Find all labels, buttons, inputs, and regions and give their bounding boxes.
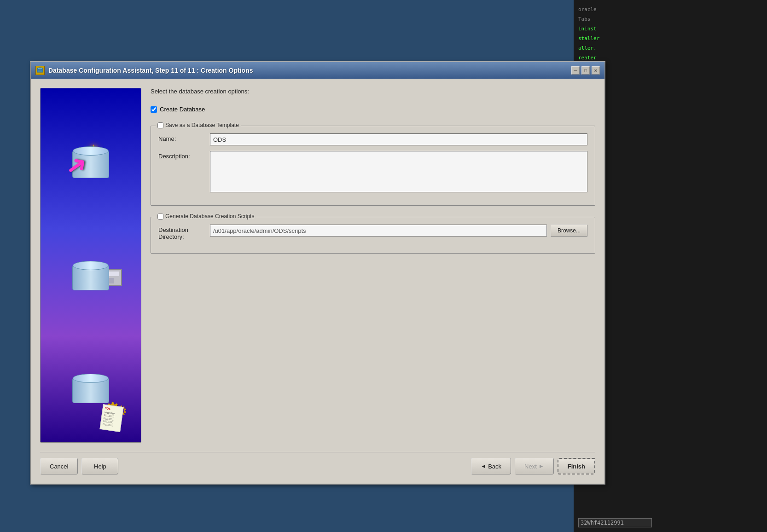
main-content: ✦ ➜ <box>40 88 595 443</box>
save-template-title: Save as a Database Template <box>156 122 241 128</box>
help-button[interactable]: Help <box>81 458 118 474</box>
destination-label: Destination Directory: <box>158 225 204 240</box>
scripts-groupbox: Generate Database Creation Scripts Desti… <box>151 217 595 254</box>
title-bar-controls: ─ □ ✕ <box>571 66 600 75</box>
create-db-row: Create Database <box>151 106 595 113</box>
create-db-checkbox[interactable] <box>151 106 157 113</box>
window-title: Database Configuration Assistant, Step 1… <box>48 67 253 74</box>
bg-text-7: versal <box>578 82 762 99</box>
back-arrow-icon: ◄ <box>481 463 486 469</box>
next-label: Next <box>524 463 537 470</box>
bg-text-oracle: oracle <box>578 5 762 14</box>
bottom-db-group: ⚙ ⚙ SQL 10101010 10101010 01010101 10101… <box>72 378 109 403</box>
statusbar: 32Whf42112991 <box>578 518 762 527</box>
window-body: ✦ ➜ <box>31 79 604 484</box>
browse-button[interactable]: Browse... <box>551 225 587 237</box>
db-illustration: ✦ ➜ <box>41 88 141 442</box>
bg-text-11: ase_2 <box>578 145 762 154</box>
svg-rect-2 <box>37 70 43 70</box>
illustration-panel: ✦ ➜ <box>40 88 141 443</box>
destination-input[interactable] <box>210 225 547 237</box>
create-db-label[interactable]: Create Database <box>160 106 205 113</box>
back-button[interactable]: ◄ Back <box>471 458 511 474</box>
destination-form-row: Destination Directory: Browse... <box>158 225 587 240</box>
footer: Cancel Help ◄ Back Next ► Finish <box>40 452 595 474</box>
db-cap-mid <box>73 261 109 270</box>
bg-text-8: le@ocp <box>578 99 762 109</box>
middle-db-group <box>72 265 109 290</box>
main-window: Database Configuration Assistant, Step 1… <box>30 61 605 485</box>
finish-button[interactable]: Finish <box>558 458 595 474</box>
cancel-button[interactable]: Cancel <box>40 458 78 474</box>
footer-right: ◄ Back Next ► Finish <box>471 458 595 474</box>
generate-scripts-checkbox[interactable] <box>157 214 163 220</box>
bg-text-3: aller. <box>578 43 762 53</box>
bg-text-tabs: Tabs <box>578 14 762 24</box>
description-label: Description: <box>158 151 204 160</box>
generate-scripts-label[interactable]: Generate Database Creation Scripts <box>165 213 254 220</box>
save-template-groupbox: Save as a Database Template Name: Descri… <box>151 126 595 206</box>
bg-text-13: the U <box>578 164 762 190</box>
bg-text-1: InInst <box>578 24 762 34</box>
app-icon <box>35 66 45 75</box>
restore-button[interactable]: □ <box>581 66 590 75</box>
minimize-button[interactable]: ─ <box>571 66 580 75</box>
description-input[interactable] <box>210 151 587 192</box>
next-button[interactable]: Next ► <box>515 458 554 474</box>
next-arrow-icon: ► <box>539 463 544 469</box>
title-bar: Database Configuration Assistant, Step 1… <box>31 62 604 79</box>
bg-text-10: base_1 <box>578 118 762 145</box>
save-template-checkbox[interactable] <box>157 122 163 128</box>
bg-text-14: stallA <box>578 190 762 200</box>
db-cylinder-mid <box>72 265 109 290</box>
save-template-label[interactable]: Save as a Database Template <box>165 122 239 128</box>
bg-text-9: InInst <box>578 109 762 118</box>
title-bar-left: Database Configuration Assistant, Step 1… <box>35 66 253 75</box>
section-label: Select the database creation options: <box>151 88 595 95</box>
right-panel: Select the database creation options: Cr… <box>151 88 595 443</box>
bg-text-6: gured <box>578 72 762 82</box>
bg-text-2: staller <box>578 34 762 43</box>
sql-scroll: SQL 10101010 10101010 01010101 10101010 … <box>99 404 123 432</box>
bg-text-4: reater <box>578 53 762 63</box>
destination-input-row: Browse... <box>210 225 587 237</box>
bg-text-12: e/ <box>578 154 762 164</box>
db-cap-bottom <box>73 374 109 383</box>
description-form-row: Description: <box>158 151 587 192</box>
scripts-title: Generate Database Creation Scripts <box>156 213 256 220</box>
bg-text-5: reater <box>578 63 762 72</box>
svg-point-1 <box>37 68 43 69</box>
footer-left: Cancel Help <box>40 458 118 474</box>
name-form-row: Name: <box>158 133 587 145</box>
name-label: Name: <box>158 133 204 142</box>
close-button[interactable]: ✕ <box>592 66 600 75</box>
name-input[interactable] <box>210 133 587 145</box>
back-label: Back <box>488 463 501 470</box>
terminal-input[interactable]: 32Whf42112991 <box>578 518 652 527</box>
